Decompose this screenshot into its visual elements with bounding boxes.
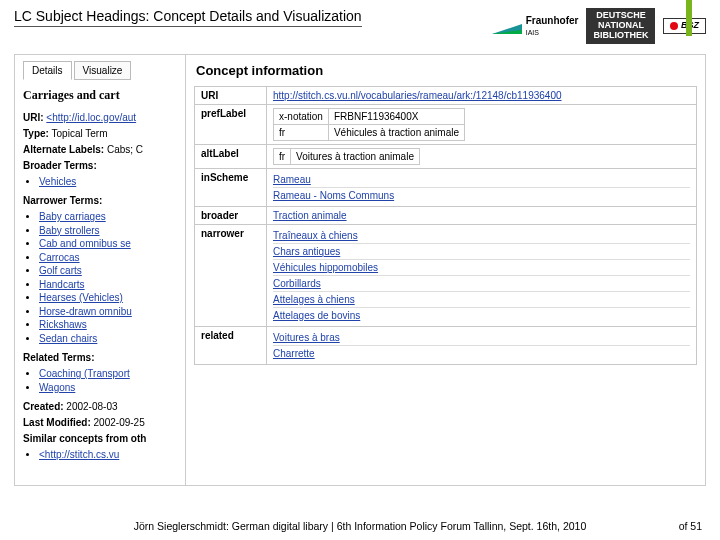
value-link[interactable]: Charrette (273, 346, 690, 361)
value-link[interactable]: Véhicules hippomobiles (273, 260, 690, 276)
footer: Jörn Sieglerschmidt: German digital liba… (0, 520, 720, 532)
list-item[interactable]: <http://stitch.cs.vu (39, 449, 119, 460)
details-panel: Details Visualize Carriages and cart URI… (15, 55, 185, 474)
list-item[interactable]: Hearses (Vehicles) (39, 292, 123, 303)
concept-info-title: Concept information (196, 63, 697, 78)
uri-link[interactable]: <http://id.loc.gov/aut (46, 112, 136, 123)
tab-details[interactable]: Details (23, 61, 72, 80)
value-link[interactable]: Voitures à bras (273, 330, 690, 346)
value-link[interactable]: Attelages de bovins (273, 308, 690, 323)
fraunhofer-logo: FraunhoferIAIS (492, 15, 579, 37)
similar-list: <http://stitch.cs.vu (23, 448, 177, 462)
page-title: LC Subject Headings: Concept Details and… (14, 8, 362, 27)
value-link[interactable]: Attelages à chiens (273, 292, 690, 308)
value-link[interactable]: Rameau (273, 172, 690, 188)
related-list: Coaching (TransportWagons (23, 367, 177, 394)
concept-info-panel: Concept information URI http://stitch.cs… (185, 55, 705, 485)
value-link[interactable]: Chars antiques (273, 244, 690, 260)
list-item[interactable]: Golf carts (39, 265, 82, 276)
list-item[interactable]: Vehicles (39, 176, 76, 187)
list-item[interactable]: Rickshaws (39, 319, 87, 330)
broader-link[interactable]: Traction animale (273, 210, 347, 221)
value-link[interactable]: Rameau - Noms Communs (273, 188, 690, 203)
concept-heading: Carriages and cart (23, 88, 177, 103)
concept-table: URI http://stitch.cs.vu.nl/vocabularies/… (194, 86, 697, 365)
value-link[interactable]: Corbillards (273, 276, 690, 292)
list-item[interactable]: Baby carriages (39, 211, 106, 222)
list-item[interactable]: Sedan chairs (39, 333, 97, 344)
list-item[interactable]: Coaching (Transport (39, 368, 130, 379)
list-item[interactable]: Carrocas (39, 252, 80, 263)
list-item[interactable]: Wagons (39, 382, 75, 393)
dnb-logo: DEUTSCHENATIONALBIBLIOTHEK (586, 8, 655, 44)
list-item[interactable]: Handcarts (39, 279, 85, 290)
tab-visualize[interactable]: Visualize (74, 61, 132, 80)
bsz-logo: BSZ (663, 18, 706, 34)
value-link[interactable]: Traîneaux à chiens (273, 228, 690, 244)
narrower-list: Baby carriagesBaby strollersCab and omni… (23, 210, 177, 345)
list-item[interactable]: Cab and omnibus se (39, 238, 131, 249)
broader-list: Vehicles (23, 175, 177, 189)
logo-bar: FraunhoferIAIS DEUTSCHENATIONALBIBLIOTHE… (492, 8, 706, 44)
concept-uri-link[interactable]: http://stitch.cs.vu.nl/vocabularies/rame… (273, 90, 562, 101)
list-item[interactable]: Horse-drawn omnibu (39, 306, 132, 317)
list-item[interactable]: Baby strollers (39, 225, 100, 236)
